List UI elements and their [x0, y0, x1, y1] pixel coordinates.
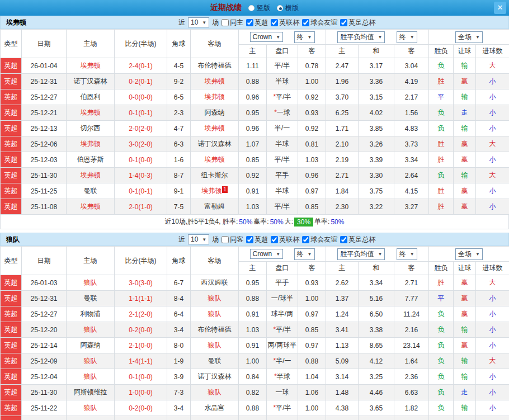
away-team-link[interactable]: 曼联 — [191, 353, 239, 369]
home-team-link[interactable]: 狼队 — [67, 275, 115, 291]
chevron-down-icon: ▼ — [378, 252, 382, 257]
result-cell: 负 — [429, 385, 454, 400]
eu-away-odds: 2.17 — [394, 89, 429, 105]
score-cell: 2-4(0-1) — [115, 58, 167, 74]
away-team-link[interactable]: 埃弗顿 — [191, 74, 239, 89]
filter-fa-cup[interactable]: 英足总杯 — [340, 235, 375, 244]
league-cup-checkbox[interactable] — [271, 19, 278, 26]
recent-count-select[interactable]: 10▼ — [188, 17, 209, 27]
friendly-checkbox[interactable] — [302, 236, 309, 243]
away-team-link[interactable]: 狼队 — [191, 385, 239, 400]
home-team-link[interactable]: 曼联 — [67, 183, 115, 199]
close-icon[interactable]: ✕ — [494, 2, 506, 14]
league-badge: 英超 — [1, 168, 22, 183]
bookmaker-select[interactable]: Crown▼ — [250, 32, 284, 42]
ah-final-select[interactable]: 终▼ — [294, 248, 315, 260]
home-team-link[interactable]: 伯恩茅斯 — [67, 152, 115, 168]
col-score: 比分(半场) — [115, 247, 167, 275]
filter-league-epl[interactable]: 英超 — [246, 18, 268, 27]
home-team-link[interactable]: 狼队 — [67, 353, 115, 369]
away-team-link[interactable]: 布伦特福德 — [191, 322, 239, 338]
away-team-link[interactable]: 狼队 — [191, 291, 239, 306]
away-team-link[interactable]: 埃弗顿 — [191, 89, 239, 105]
home-team-link[interactable]: 阿斯顿维拉 — [67, 385, 115, 400]
corners-cell: 4-5 — [167, 58, 191, 74]
away-team-link[interactable]: 布伦特福德 — [191, 58, 239, 74]
away-team-link[interactable]: 狼队 — [191, 338, 239, 353]
filter-same-venue[interactable]: 同客 — [221, 235, 243, 244]
ah-away-odds: 0.81 — [298, 136, 326, 152]
bookmaker-select[interactable]: Crown▼ — [250, 249, 284, 259]
result-cell: 负 — [429, 121, 454, 136]
col-corner: 角球 — [167, 247, 191, 275]
home-team-link[interactable]: 狼队 — [67, 369, 115, 385]
same-venue-checkbox[interactable] — [221, 236, 229, 243]
home-team-link[interactable]: 埃弗顿 — [67, 105, 115, 121]
score-cell: 2-1(0-0) — [115, 338, 167, 353]
home-team-link[interactable]: 埃弗顿 — [67, 136, 115, 152]
filter-friendly[interactable]: 球会友谊 — [302, 18, 337, 27]
epl-checkbox[interactable] — [246, 236, 253, 243]
home-team-link[interactable]: 阿森纳 — [67, 338, 115, 353]
recent-count-select[interactable]: 10▼ — [188, 234, 209, 244]
home-team-link[interactable]: 埃弗顿 — [67, 168, 115, 183]
eu-final-select[interactable]: 终▼ — [397, 31, 417, 43]
away-team-link[interactable]: 埃弗顿1 — [191, 183, 239, 199]
avg-odds-select[interactable]: 胜平负均值▼ — [337, 248, 385, 260]
goals-result-cell: 小 — [476, 105, 509, 121]
home-team-link[interactable]: 诺丁汉森林 — [67, 74, 115, 89]
dialog-titlebar: 近期战绩 竖版 横版 ✕ — [0, 0, 509, 16]
home-team-link[interactable]: 埃弗顿 — [67, 58, 115, 74]
away-team-link[interactable]: 纽卡斯尔 — [191, 168, 239, 183]
layout-radio-vertical[interactable]: 竖版 — [248, 3, 270, 13]
avg-odds-select[interactable]: 胜平负均值▼ — [337, 31, 385, 43]
eu-final-select[interactable]: 终▼ — [397, 248, 417, 260]
goals-result-cell: 大 — [476, 58, 509, 74]
layout-radio-horizontal[interactable]: 横版 — [277, 3, 299, 13]
ah-home-odds: 1.07 — [239, 136, 267, 152]
scope-select[interactable]: 全场▼ — [455, 31, 483, 43]
filter-fa-cup[interactable]: 英足总杯 — [340, 18, 375, 27]
epl-checkbox[interactable] — [246, 19, 253, 26]
goals-result-cell: 大 — [476, 168, 509, 183]
away-team-link[interactable]: 水晶宫 — [191, 400, 239, 416]
fa-cup-checkbox[interactable] — [340, 19, 347, 26]
home-team-link[interactable]: 埃弗顿 — [67, 199, 115, 215]
ah-line: *半/一 — [267, 353, 298, 369]
away-team-link[interactable]: 狼队 — [191, 416, 239, 420]
same-venue-checkbox[interactable] — [221, 19, 229, 26]
corners-cell: 8-7 — [167, 168, 191, 183]
home-team-link[interactable]: 利物浦 — [67, 306, 115, 322]
filter-friendly[interactable]: 球会友谊 — [302, 235, 337, 244]
home-team-link[interactable]: 伯恩利 — [67, 89, 115, 105]
ah-line: 平手 — [267, 168, 298, 183]
col-ah-home: 主 — [239, 262, 267, 275]
home-team-link[interactable]: 狼队 — [67, 322, 115, 338]
filter-league-cup[interactable]: 英联杯 — [271, 235, 299, 244]
away-team-link[interactable]: 西汉姆联 — [191, 275, 239, 291]
away-team-link[interactable]: 富勒姆 — [191, 199, 239, 215]
friendly-checkbox[interactable] — [302, 19, 309, 26]
home-team-link[interactable]: 曼联 — [67, 291, 115, 306]
home-team-link[interactable]: 切尔西 — [67, 416, 115, 420]
ah-final-select[interactable]: 终▼ — [294, 31, 315, 43]
away-team-link[interactable]: 阿森纳 — [191, 105, 239, 121]
away-team-link[interactable]: 埃弗顿 — [191, 152, 239, 168]
away-team-link[interactable]: 狼队 — [191, 306, 239, 322]
eu-away-odds: 3.34 — [394, 152, 429, 168]
away-team-link[interactable]: 诺丁汉森林 — [191, 369, 239, 385]
away-team-link[interactable]: 诺丁汉森林 — [191, 136, 239, 152]
filter-league-epl[interactable]: 英超 — [246, 235, 268, 244]
away-team-link[interactable]: 埃弗顿 — [191, 121, 239, 136]
scope-select[interactable]: 全场▼ — [455, 248, 483, 260]
home-team-link[interactable]: 切尔西 — [67, 121, 115, 136]
filter-same-venue[interactable]: 同主 — [221, 18, 243, 27]
radio-label: 横版 — [285, 3, 299, 13]
league-cup-checkbox[interactable] — [271, 236, 278, 243]
col-eu-draw: 和 — [359, 45, 394, 58]
filter-league-cup[interactable]: 英联杯 — [271, 18, 299, 27]
home-team-link[interactable]: 狼队 — [67, 400, 115, 416]
favored-star-icon: * — [273, 93, 276, 101]
match-row: 英超25-12-04狼队0-1(0-0)3-9诺丁汉森林0.84*半球1.043… — [1, 369, 509, 385]
fa-cup-checkbox[interactable] — [340, 236, 347, 243]
